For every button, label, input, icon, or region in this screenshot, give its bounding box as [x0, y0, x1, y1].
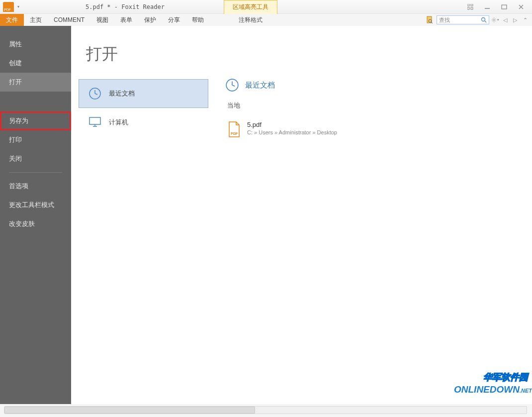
svg-point-11: [482, 18, 485, 21]
computer-icon: [88, 116, 102, 129]
svg-rect-1: [471, 4, 473, 6]
open-options-column: 打开 最近文档计算机: [71, 43, 210, 404]
svg-line-12: [485, 21, 486, 22]
recent-heading-text: 最近文档: [245, 81, 275, 90]
sidebar-item-3[interactable]: 另存为: [0, 111, 71, 130]
sidebar-item-2[interactable]: 打开: [0, 73, 71, 92]
app-logo-icon: [3, 2, 14, 12]
window-controls: [466, 3, 532, 11]
search-icon: [481, 17, 487, 23]
tab-帮助[interactable]: 帮助: [186, 14, 210, 26]
quick-access-toolbar: ▾: [0, 2, 21, 12]
tab-主页[interactable]: 主页: [24, 14, 48, 26]
svg-line-30: [232, 85, 235, 86]
sidebar-item-5[interactable]: 关闭: [0, 149, 71, 168]
pdf-file-icon: PDF: [227, 121, 241, 138]
doc-path: C: » Users » Administrator » Desktop: [247, 129, 337, 135]
svg-line-19: [495, 21, 496, 21]
sidebar-item-1[interactable]: 创建: [0, 54, 71, 73]
open-option-clock[interactable]: 最近文档: [79, 79, 208, 108]
nav-next-icon[interactable]: ▷: [511, 16, 519, 24]
clock-icon: [225, 78, 239, 92]
svg-line-20: [492, 21, 493, 21]
tab-视图[interactable]: 视图: [90, 14, 114, 26]
context-tab-sub[interactable]: 注释格式: [224, 14, 277, 26]
sidebar-item-4[interactable]: 打印: [0, 130, 71, 149]
nav-prev-icon[interactable]: ◁: [501, 16, 509, 24]
scrollbar-thumb[interactable]: [4, 407, 255, 414]
doc-name: 5.pdf: [247, 121, 337, 128]
search-placeholder: 查找: [439, 16, 450, 24]
sidebar-item-8[interactable]: 改变皮肤: [0, 214, 71, 233]
sidebar-item-0[interactable]: 属性: [0, 35, 71, 54]
sidebar-item-6[interactable]: 首选项: [0, 177, 71, 196]
settings-gear-icon[interactable]: ▾: [491, 16, 499, 24]
open-option-computer[interactable]: 计算机: [79, 108, 208, 137]
svg-line-21: [495, 18, 496, 19]
tab-comment[interactable]: COMMENT: [48, 14, 90, 26]
tab-文件[interactable]: 文件: [0, 14, 24, 26]
minimize-icon[interactable]: [483, 3, 491, 11]
svg-rect-5: [502, 5, 507, 9]
maximize-icon[interactable]: [500, 3, 508, 11]
svg-line-18: [492, 18, 493, 19]
sidebar-item-7[interactable]: 更改工具栏模式: [0, 196, 71, 214]
window-title: 5.pdf * - Foxit Reader: [86, 3, 165, 10]
recent-doc-item[interactable]: PDF5.pdfC: » Users » Administrator » Des…: [225, 119, 532, 140]
tab-表单[interactable]: 表单: [114, 14, 138, 26]
recent-docs-heading: 最近文档: [225, 78, 532, 92]
clock-icon: [89, 87, 101, 100]
horizontal-scrollbar[interactable]: [4, 406, 527, 414]
collapse-ribbon-icon[interactable]: ⌃: [521, 16, 529, 24]
close-icon[interactable]: [517, 3, 525, 11]
svg-point-13: [493, 19, 495, 20]
svg-rect-3: [471, 7, 473, 9]
tab-分享[interactable]: 分享: [162, 14, 186, 26]
backstage-title: 打开: [71, 43, 210, 65]
ribbon-tabs: 文件主页COMMENT视图表单保护分享帮助 注释格式 查找 ▾ ◁ ▷ ⌃: [0, 14, 532, 26]
svg-rect-0: [467, 4, 469, 6]
svg-text:PDF: PDF: [231, 132, 238, 135]
context-tab-header[interactable]: 区域高亮工具: [224, 0, 277, 14]
option-label: 计算机: [109, 118, 128, 127]
local-sub-heading: 当地: [225, 101, 532, 110]
qat-dropdown-icon[interactable]: ▾: [16, 2, 21, 11]
bookmark-search-icon[interactable]: [425, 15, 435, 24]
svg-line-24: [95, 94, 97, 95]
tab-保护[interactable]: 保护: [138, 14, 162, 26]
backstage-main: 打开 最近文档计算机 最近文档 当地 PDF5.pdfC: » Users » …: [71, 26, 532, 404]
ribbon-options-icon[interactable]: [466, 3, 474, 11]
recent-docs-column: 最近文档 当地 PDF5.pdfC: » Users » Administrat…: [210, 43, 532, 404]
svg-rect-2: [467, 7, 469, 9]
title-bar: ▾ 5.pdf * - Foxit Reader 区域高亮工具: [0, 0, 532, 14]
option-label: 最近文档: [109, 89, 135, 98]
svg-rect-25: [89, 117, 100, 124]
backstage-view: 属性创建打开另存为打印关闭首选项更改工具栏模式改变皮肤 打开 最近文档计算机 最…: [0, 26, 532, 404]
search-input[interactable]: 查找: [437, 15, 489, 24]
backstage-sidebar: 属性创建打开另存为打印关闭首选项更改工具栏模式改变皮肤: [0, 26, 71, 404]
